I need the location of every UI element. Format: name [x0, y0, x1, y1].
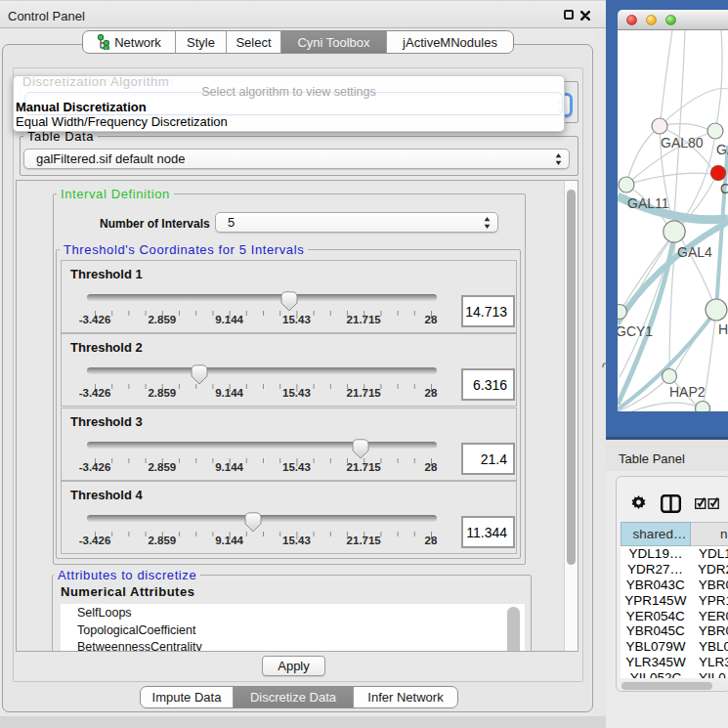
svg-text:C: C: [720, 181, 728, 196]
svg-text:GAL80: GAL80: [661, 135, 704, 150]
svg-text:GCY1: GCY1: [618, 323, 653, 339]
svg-text:HAP2: HAP2: [669, 384, 706, 400]
svg-text:GAL4: GAL4: [677, 244, 712, 260]
svg-text:H: H: [718, 321, 728, 337]
svg-text:GA: GA: [716, 142, 728, 157]
svg-text:GAL11: GAL11: [627, 195, 669, 211]
